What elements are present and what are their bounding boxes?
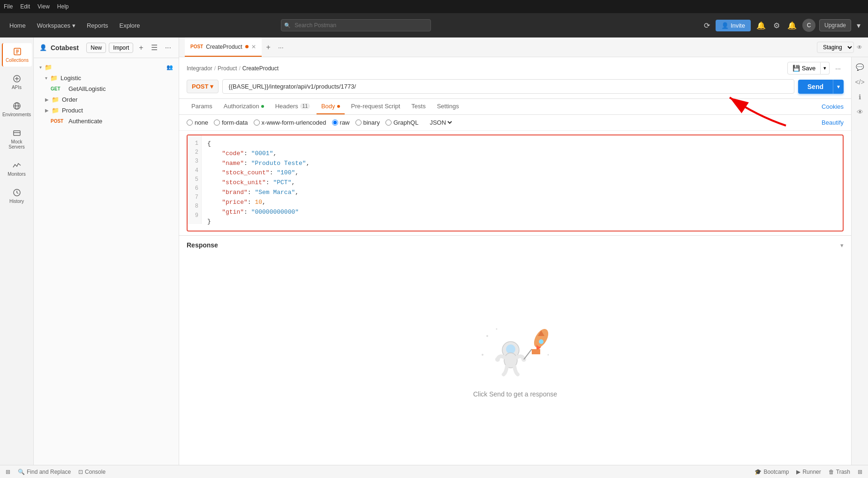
breadcrumb-product[interactable]: Product	[218, 65, 237, 72]
request-area: Integrador / Product / CreateProduct 💾 S…	[179, 57, 851, 99]
response-toggle-icon[interactable]: ▾	[840, 242, 844, 249]
add-collection-icon[interactable]: +	[137, 43, 145, 53]
apis-icon	[12, 74, 22, 83]
req-tab-headers[interactable]: Headers 11	[271, 99, 315, 114]
req-tab-params[interactable]: Params	[187, 99, 217, 114]
sidebar-item-apis[interactable]: APIs	[2, 70, 32, 94]
bootcamp-button[interactable]: 🎓 Bootcamp	[755, 469, 789, 475]
environments-label: Environments	[2, 112, 31, 117]
svg-rect-20	[532, 349, 540, 354]
method-select[interactable]: POST ▾	[187, 80, 219, 93]
tree-product[interactable]: ▶ 📁 Product	[34, 105, 179, 116]
more-options-icon[interactable]: ···	[163, 43, 173, 53]
import-button[interactable]: Import	[109, 43, 133, 53]
req-tab-settings[interactable]: Settings	[432, 99, 464, 114]
trash-button[interactable]: 🗑 Trash	[829, 469, 850, 475]
nav-explore[interactable]: Explore	[116, 19, 144, 32]
send-dropdown-button[interactable]: ▾	[833, 80, 844, 94]
breadcrumb-integrador[interactable]: Integrador	[187, 65, 212, 72]
opt-binary[interactable]: binary	[355, 119, 380, 126]
json-select[interactable]: JSON	[428, 119, 453, 127]
environments-icon	[12, 101, 22, 111]
find-replace-button[interactable]: 🔍 Find and Replace	[18, 469, 71, 475]
invite-button[interactable]: 👤 Invite	[716, 20, 751, 31]
search-input[interactable]	[281, 19, 431, 31]
avatar[interactable]: C	[802, 19, 815, 32]
layout-toggle-button[interactable]: ⊞	[858, 469, 862, 475]
more-options-button[interactable]: ···	[832, 63, 844, 74]
menu-file[interactable]: File	[4, 3, 13, 10]
menu-edit[interactable]: Edit	[20, 3, 30, 10]
save-dropdown-icon[interactable]: ▾	[821, 62, 830, 75]
svg-point-17	[495, 357, 500, 362]
sync-icon[interactable]: ⟳	[702, 19, 712, 32]
cookies-button[interactable]: Cookies	[822, 103, 844, 110]
sidebar-item-history[interactable]: History	[2, 184, 32, 208]
status-bar-right: 🎓 Bootcamp ▶ Runner 🗑 Trash ⊞	[755, 469, 862, 475]
right-info-icon[interactable]: ℹ	[856, 91, 863, 103]
runner-button[interactable]: ▶ Runner	[796, 469, 821, 475]
sidebar-item-mock-servers[interactable]: Mock Servers	[2, 125, 32, 153]
sidebar-item-collections[interactable]: Collections	[2, 43, 32, 67]
right-comments-icon[interactable]: 💬	[853, 61, 866, 73]
status-bar: ⊞ 🔍 Find and Replace ⊡ Console 🎓 Bootcam…	[0, 465, 868, 478]
tree-integrador[interactable]: ▾ 📁 👥	[34, 62, 179, 73]
body-active-dot	[337, 105, 340, 108]
nav-home[interactable]: Home	[6, 19, 30, 32]
menu-help[interactable]: Help	[57, 3, 69, 10]
tab-create-product[interactable]: POST CreateProduct ✕	[185, 37, 262, 57]
settings-icon[interactable]: ⚙	[771, 19, 782, 32]
code-content[interactable]: { "code": "0001", "name": "Produto Teste…	[202, 135, 843, 231]
status-layout-icon[interactable]: ⊞	[6, 469, 10, 475]
tree-get-all-logistic[interactable]: GET GetAllLogistic	[34, 83, 179, 94]
tab-add-icon[interactable]: +	[264, 43, 273, 52]
response-body: Click Send to get a response	[179, 254, 851, 465]
req-tab-pre-request[interactable]: Pre-request Script	[347, 99, 405, 114]
tab-more-icon[interactable]: ···	[275, 44, 287, 51]
nav-workspaces[interactable]: Workspaces ▾	[33, 19, 79, 32]
breadcrumb: Integrador / Product / CreateProduct 💾 S…	[187, 62, 844, 75]
order-folder-icon: 📁	[52, 96, 59, 103]
menu-view[interactable]: View	[38, 3, 50, 10]
req-tab-authorization[interactable]: Authorization	[219, 99, 269, 114]
opt-none[interactable]: none	[187, 119, 208, 126]
upgrade-button[interactable]: Upgrade	[819, 19, 851, 31]
right-code-icon[interactable]: </>	[853, 76, 867, 88]
tree-logistic[interactable]: ▾ 📁 Logistic	[34, 73, 179, 83]
tab-env-selector: Staging 👁	[817, 42, 862, 53]
req-tab-body[interactable]: Body	[317, 99, 345, 114]
eye-icon[interactable]: 👁	[857, 44, 862, 51]
opt-form-data[interactable]: form-data	[214, 119, 248, 126]
find-replace-icon: 🔍	[18, 469, 25, 475]
opt-graphql[interactable]: GraphQL	[385, 119, 418, 126]
notification-icon[interactable]: 🔔	[755, 19, 768, 32]
req-tab-tests[interactable]: Tests	[407, 99, 430, 114]
opt-urlencoded[interactable]: x-www-form-urlencoded	[254, 119, 326, 126]
console-button[interactable]: ⊡ Console	[78, 469, 106, 475]
new-button[interactable]: New	[86, 43, 106, 53]
monitors-label: Monitors	[8, 172, 25, 177]
headers-count-badge: 11	[300, 103, 310, 109]
opt-raw[interactable]: raw	[332, 119, 350, 126]
beautify-button[interactable]: Beautify	[822, 119, 844, 126]
sidebar-item-environments[interactable]: Environments	[2, 97, 32, 121]
save-button[interactable]: 💾 Save	[787, 62, 821, 75]
nav-reports[interactable]: Reports	[83, 19, 112, 32]
upgrade-chevron-icon[interactable]: ▾	[855, 19, 862, 32]
layout-toggle-icon: ⊞	[858, 469, 862, 475]
panel-actions: New Import	[86, 43, 133, 53]
filter-icon[interactable]: ☰	[149, 42, 159, 53]
tree-order[interactable]: ▶ 📁 Order	[34, 94, 179, 105]
bell-icon[interactable]: 🔔	[785, 19, 799, 32]
code-editor[interactable]: 12345 6789 { "code": "0001", "name": "Pr…	[187, 134, 844, 232]
send-button[interactable]: Send	[798, 80, 833, 94]
tab-close-icon[interactable]: ✕	[251, 44, 256, 50]
line-numbers: 12345 6789	[188, 135, 202, 224]
sidebar-item-monitors[interactable]: Monitors	[2, 157, 32, 180]
runner-icon: ▶	[796, 469, 800, 475]
environment-select[interactable]: Staging	[817, 42, 854, 53]
history-icon	[12, 188, 22, 197]
right-eye-icon[interactable]: 👁	[854, 106, 866, 118]
url-input[interactable]	[222, 79, 794, 94]
tree-authenticate[interactable]: POST Authenticate	[34, 116, 179, 127]
